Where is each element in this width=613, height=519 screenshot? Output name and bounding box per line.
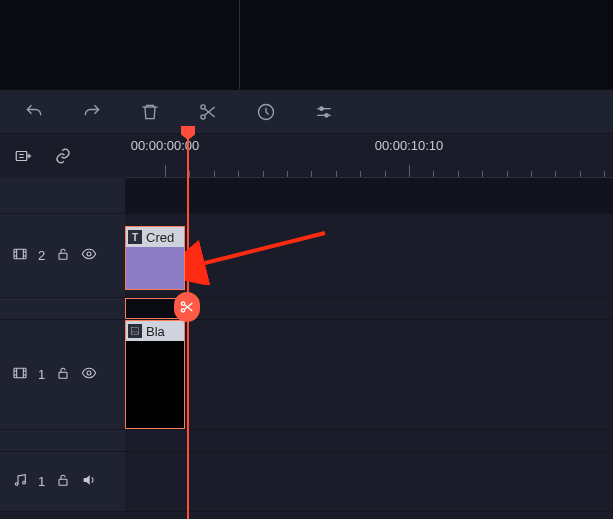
visibility-icon[interactable] xyxy=(81,365,97,384)
delete-icon[interactable] xyxy=(140,102,160,122)
track-number: 1 xyxy=(38,474,45,489)
film-icon xyxy=(12,365,28,384)
svg-rect-6 xyxy=(14,249,26,258)
svg-rect-5 xyxy=(16,152,27,161)
svg-point-0 xyxy=(201,104,205,108)
film-icon xyxy=(12,246,28,265)
track-video-2: 2 T Cred xyxy=(0,214,613,298)
track-header-video-1: 1 xyxy=(0,320,125,429)
clip-body xyxy=(126,341,184,429)
clip-label: T Cred xyxy=(126,227,184,247)
svg-rect-15 xyxy=(59,479,67,485)
svg-point-11 xyxy=(87,371,91,375)
undo-icon[interactable] xyxy=(24,102,44,122)
preview-pane-right xyxy=(240,0,613,89)
clip-image[interactable]: Bla xyxy=(125,320,185,429)
svg-point-1 xyxy=(201,114,205,118)
add-marker-icon[interactable] xyxy=(14,147,32,165)
preview-pane-left xyxy=(0,0,240,89)
svg-rect-12 xyxy=(131,327,139,335)
playhead[interactable] xyxy=(187,134,189,519)
svg-point-16 xyxy=(181,302,184,305)
ruler-label-start: 00:00:00:00 xyxy=(131,138,200,153)
ruler-label-mid: 00:00:10:10 xyxy=(375,138,444,153)
split-icon[interactable] xyxy=(198,102,218,122)
track-video-1: 1 Bla xyxy=(0,320,613,430)
timeline-toolbar xyxy=(0,90,613,134)
ruler[interactable]: 00:00:00:00 00:00:10:10 xyxy=(125,134,613,178)
svg-rect-7 xyxy=(59,253,67,259)
svg-point-13 xyxy=(15,483,18,486)
lock-icon[interactable] xyxy=(55,246,71,265)
settings-sliders-icon[interactable] xyxy=(314,102,334,122)
svg-rect-10 xyxy=(59,372,67,378)
svg-rect-9 xyxy=(14,368,26,377)
track-gap-1 xyxy=(0,298,613,320)
redo-icon[interactable] xyxy=(82,102,102,122)
track-spacer-top xyxy=(0,178,613,214)
music-icon xyxy=(12,472,28,491)
volume-icon[interactable] xyxy=(81,472,97,491)
lock-icon[interactable] xyxy=(55,365,71,384)
track-number: 2 xyxy=(38,248,45,263)
text-badge-icon: T xyxy=(128,230,142,244)
track-gap-2 xyxy=(0,430,613,452)
track-number: 1 xyxy=(38,367,45,382)
track-audio-1: 1 xyxy=(0,452,613,512)
timeline-global-controls xyxy=(0,134,125,178)
timeline-ruler-row: 00:00:00:00 00:00:10:10 xyxy=(0,134,613,178)
playhead-split-button[interactable] xyxy=(174,292,200,322)
svg-point-3 xyxy=(320,107,323,110)
svg-point-17 xyxy=(181,309,184,312)
lock-icon[interactable] xyxy=(55,472,71,491)
ruler-ticks xyxy=(125,165,613,177)
track-body-audio-1[interactable] xyxy=(125,452,613,511)
preview-row xyxy=(0,0,613,90)
track-header-audio-1: 1 xyxy=(0,452,125,511)
svg-point-8 xyxy=(87,252,91,256)
visibility-icon[interactable] xyxy=(81,246,97,265)
svg-point-14 xyxy=(23,481,26,484)
clip-text[interactable]: T Cred xyxy=(125,226,185,290)
svg-point-4 xyxy=(325,113,328,116)
image-badge-icon xyxy=(128,324,142,338)
track-body-video-1[interactable]: Bla xyxy=(125,320,613,429)
clip-title: Cred xyxy=(146,230,174,245)
track-header-video-2: 2 xyxy=(0,214,125,297)
speed-icon[interactable] xyxy=(256,102,276,122)
track-body-video-2[interactable]: T Cred xyxy=(125,214,613,297)
clip-title: Bla xyxy=(146,324,165,339)
clip-body xyxy=(126,247,184,290)
clip-label: Bla xyxy=(126,321,184,341)
link-icon[interactable] xyxy=(54,147,72,165)
